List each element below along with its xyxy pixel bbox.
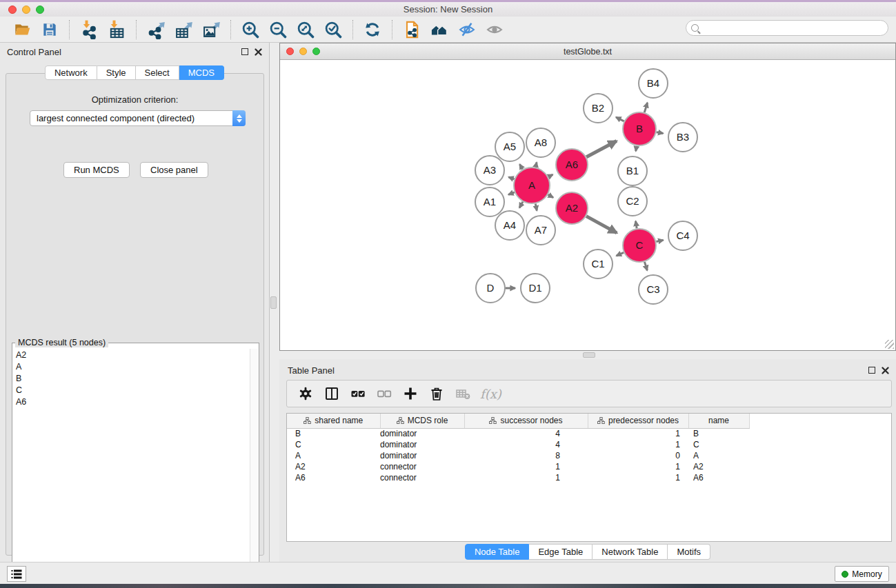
- zoom-in-button[interactable]: [237, 19, 264, 41]
- graph-edge-A2-C[interactable]: [586, 216, 617, 233]
- tab-node-table[interactable]: Node Table: [465, 544, 530, 560]
- eye-button[interactable]: [481, 19, 508, 41]
- hide-graphics-details-button[interactable]: [453, 19, 481, 41]
- zoom-selected-button[interactable]: [319, 19, 347, 41]
- graph-edge-A-A5[interactable]: [519, 164, 522, 169]
- graph-node-A8[interactable]: A8: [526, 128, 555, 157]
- graph-node-B[interactable]: B: [623, 112, 656, 145]
- mcds-result-item[interactable]: A2: [13, 349, 250, 361]
- optimization-select[interactable]: largest connected component (directed): [30, 110, 246, 126]
- export-image-button[interactable]: [197, 19, 225, 41]
- column-header-name[interactable]: name: [688, 414, 749, 428]
- column-header-predecessor-nodes[interactable]: predecessor nodes: [588, 414, 688, 428]
- graph-edge-A-A7[interactable]: [535, 203, 537, 210]
- table-row[interactable]: A2connector11A2: [287, 461, 750, 472]
- graph-edge-C-C4[interactable]: [656, 240, 663, 241]
- close-panel-button[interactable]: Close panel: [140, 162, 208, 178]
- graph-edge-C-C1[interactable]: [617, 252, 624, 256]
- vertical-splitter-handle[interactable]: [270, 296, 277, 309]
- column-header-successor-nodes[interactable]: successor nodes: [464, 414, 588, 428]
- graph-node-B2[interactable]: B2: [584, 94, 613, 123]
- table-row[interactable]: Cdominator41C: [287, 439, 750, 450]
- window-resize-grip[interactable]: [885, 340, 894, 349]
- graph-node-B1[interactable]: B1: [618, 156, 647, 185]
- graph-edge-A-A6[interactable]: [548, 174, 552, 176]
- mcds-result-item[interactable]: A6: [13, 396, 250, 407]
- graph-edge-A-A3[interactable]: [508, 177, 514, 179]
- graph-edge-C-C2[interactable]: [635, 221, 637, 229]
- float-table-panel-icon[interactable]: [868, 367, 875, 374]
- graph-node-A[interactable]: A: [514, 168, 550, 203]
- deselect-all-button[interactable]: [372, 383, 396, 405]
- mcds-result-item[interactable]: B: [13, 372, 250, 384]
- tab-style[interactable]: Style: [97, 65, 136, 80]
- graph-edge-C-C3[interactable]: [644, 262, 647, 270]
- table-settings-button[interactable]: [294, 383, 317, 405]
- tab-motifs[interactable]: Motifs: [668, 544, 710, 560]
- graph-node-B4[interactable]: B4: [639, 69, 668, 98]
- export-table-button[interactable]: [170, 19, 197, 41]
- graph-edge-B-B4[interactable]: [644, 103, 647, 112]
- close-panel-icon[interactable]: [255, 48, 262, 56]
- graph-node-C1[interactable]: C1: [584, 250, 613, 278]
- search-input[interactable]: [699, 21, 888, 35]
- result-scrollbar[interactable]: [250, 349, 258, 579]
- save-session-button[interactable]: [36, 19, 63, 41]
- show-all-networks-button[interactable]: [426, 19, 453, 41]
- graph-node-B3[interactable]: B3: [668, 123, 697, 152]
- graph-node-D[interactable]: D: [476, 274, 505, 303]
- search-field[interactable]: [686, 20, 888, 36]
- graph-edge-B-B3[interactable]: [657, 132, 664, 134]
- graph-node-A1[interactable]: A1: [475, 187, 504, 216]
- memory-button[interactable]: Memory: [835, 566, 889, 582]
- table-row[interactable]: A6connector11A6: [287, 472, 750, 483]
- graph-node-A5[interactable]: A5: [495, 132, 524, 161]
- select-all-button[interactable]: [346, 383, 370, 405]
- delete-table-button[interactable]: [451, 383, 475, 405]
- column-header-MCDS-role[interactable]: MCDS role: [380, 414, 464, 428]
- close-table-panel-icon[interactable]: [882, 367, 889, 374]
- toggle-columns-button[interactable]: [320, 383, 344, 405]
- horizontal-splitter-handle[interactable]: [583, 352, 595, 358]
- graph-edge-A-A2[interactable]: [548, 194, 553, 197]
- run-mcds-button[interactable]: Run MCDS: [63, 162, 130, 178]
- delete-column-button[interactable]: [425, 383, 448, 405]
- graph-edge-A-A8[interactable]: [536, 162, 537, 167]
- tab-edge-table[interactable]: Edge Table: [529, 544, 593, 560]
- graph-edge-B-B1[interactable]: [636, 146, 637, 152]
- refresh-button[interactable]: [359, 19, 386, 41]
- graph-node-C2[interactable]: C2: [618, 187, 647, 216]
- mcds-result-item[interactable]: C: [13, 384, 250, 396]
- table-row[interactable]: Adominator80A: [287, 450, 750, 461]
- column-header-shared-name[interactable]: shared name: [287, 414, 380, 428]
- graph-node-C4[interactable]: C4: [668, 221, 697, 250]
- tab-select[interactable]: Select: [136, 65, 179, 80]
- graph-node-C3[interactable]: C3: [639, 275, 668, 304]
- open-session-button[interactable]: [8, 19, 36, 41]
- graph-node-A6[interactable]: A6: [556, 149, 588, 181]
- import-network-button[interactable]: [75, 19, 103, 41]
- graph-edge-A-A1[interactable]: [508, 192, 515, 194]
- mcds-result-item[interactable]: A: [13, 361, 250, 372]
- import-table-button[interactable]: [103, 19, 130, 41]
- graph-edge-B-B2[interactable]: [616, 117, 624, 121]
- network-from-selection-button[interactable]: [398, 19, 426, 41]
- graph-node-A3[interactable]: A3: [475, 156, 504, 185]
- graph-node-A7[interactable]: A7: [526, 216, 555, 245]
- zoom-out-button[interactable]: [264, 19, 292, 41]
- zoom-fit-button[interactable]: [292, 19, 319, 41]
- add-column-button[interactable]: [399, 383, 422, 405]
- tab-network[interactable]: Network: [45, 65, 97, 80]
- network-canvas[interactable]: B4B2BB3A8A5A6A3B1AC2A1A2A4A7C4CC1C3DD1: [280, 60, 895, 350]
- graph-node-A4[interactable]: A4: [495, 211, 524, 240]
- graph-edge-A-A4[interactable]: [519, 202, 523, 208]
- function-builder-button[interactable]: f(x): [477, 387, 501, 401]
- graph-node-D1[interactable]: D1: [521, 274, 550, 303]
- export-network-button[interactable]: [142, 19, 170, 41]
- table-row[interactable]: Bdominator41B: [287, 428, 750, 439]
- graph-node-C[interactable]: C: [623, 229, 656, 262]
- graph-edge-A6-B[interactable]: [586, 141, 617, 157]
- show-networks-list-button[interactable]: [7, 566, 26, 582]
- float-panel-icon[interactable]: [241, 48, 248, 55]
- tab-mcds[interactable]: MCDS: [179, 65, 224, 80]
